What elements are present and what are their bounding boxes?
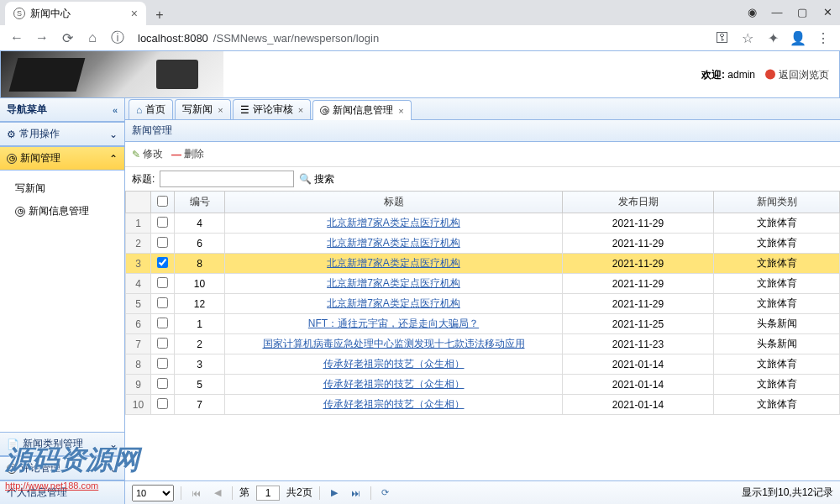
sidebar-panel-personal[interactable]: 个人信息管理 — [0, 480, 124, 504]
menu-icon[interactable]: ⋮ — [813, 28, 833, 48]
tab-info[interactable]: ◷新闻信息管理× — [312, 100, 411, 120]
row-checkbox[interactable] — [157, 217, 168, 228]
row-checkbox[interactable] — [157, 257, 168, 268]
search-button[interactable]: 🔍搜索 — [299, 172, 334, 186]
first-page-button[interactable]: ⏮ — [188, 486, 203, 501]
table-row[interactable]: 83传承好老祖宗的技艺（众生相）2021-01-14文旅体育 — [126, 354, 840, 375]
row-date: 2021-11-29 — [563, 213, 714, 234]
sidebar-panel-news[interactable]: ◷新闻管理 ⌃ — [0, 146, 124, 171]
browser-tab[interactable]: S 新闻中心 × — [5, 2, 146, 25]
profile-icon[interactable]: 👤 — [788, 28, 808, 48]
sidebar-panel-comment[interactable]: ◷评论管理 ⌄ — [0, 456, 124, 480]
row-cat: 头条新闻 — [714, 314, 840, 334]
table-row[interactable]: 61NFT：通往元宇宙，还是走向大骗局？2021-11-25头条新闻 — [126, 314, 840, 334]
browser-tab-bar: S 新闻中心 × + ◉ — ▢ ✕ — [0, 0, 840, 25]
minimize-button[interactable]: — — [764, 0, 790, 24]
tab-review[interactable]: ☰评论审核× — [233, 99, 311, 119]
info-icon[interactable]: ⓘ — [108, 28, 128, 48]
row-title-link[interactable]: NFT：通往元宇宙，还是走向大骗局？ — [308, 318, 479, 329]
forward-button[interactable]: → — [32, 28, 52, 48]
row-checkbox[interactable] — [157, 398, 168, 409]
row-title-link[interactable]: 北京新增7家A类定点医疗机构 — [327, 277, 460, 289]
row-cat: 文旅体育 — [714, 213, 840, 234]
row-checkbox-cell — [151, 395, 175, 415]
close-window-button[interactable]: ✕ — [815, 0, 840, 24]
page-input[interactable] — [256, 486, 280, 501]
clock-icon: ◷ — [320, 106, 329, 115]
home-button[interactable]: ⌂ — [82, 28, 102, 48]
sidebar-item-write[interactable]: 写新闻 — [15, 177, 124, 200]
row-title-link[interactable]: 北京新增7家A类定点医疗机构 — [327, 297, 460, 309]
close-icon[interactable]: × — [398, 106, 403, 116]
header-cat[interactable]: 新闻类别 — [714, 192, 840, 213]
prev-page-button[interactable]: ◀ — [210, 486, 225, 501]
back-to-browse-link[interactable]: 返回浏览页 — [765, 67, 829, 81]
row-checkbox[interactable] — [157, 237, 168, 248]
delete-button[interactable]: —删除 — [171, 147, 204, 161]
minus-icon: — — [171, 149, 181, 160]
tab-home[interactable]: ⌂首页 — [129, 99, 173, 119]
chevron-down-icon: ⌄ — [109, 438, 118, 450]
row-title-link[interactable]: 传承好老祖宗的技艺（众生相） — [323, 398, 465, 410]
row-checkbox[interactable] — [157, 318, 168, 328]
table-row[interactable]: 14北京新增7家A类定点医疗机构2021-11-29文旅体育 — [126, 213, 840, 234]
table-row[interactable]: 95传承好老祖宗的技艺（众生相）2021-01-14文旅体育 — [126, 375, 840, 395]
close-icon[interactable]: × — [218, 105, 223, 115]
search-input[interactable] — [160, 171, 294, 187]
row-checkbox[interactable] — [157, 338, 168, 349]
toolbar: ✎修改 —删除 — [125, 142, 840, 167]
table-row[interactable]: 26北京新增7家A类定点医疗机构2021-11-29文旅体育 — [126, 234, 840, 254]
close-icon[interactable]: × — [131, 7, 138, 20]
row-title-link[interactable]: 国家计算机病毒应急处理中心监测发现十七款违法移动应用 — [263, 338, 525, 349]
row-checkbox[interactable] — [157, 378, 168, 389]
key-icon[interactable]: ⚿ — [712, 28, 732, 48]
row-checkbox-cell — [151, 354, 175, 375]
maximize-button[interactable]: ▢ — [790, 0, 815, 24]
table-row[interactable]: 72国家计算机病毒应急处理中心监测发现十七款违法移动应用2021-11-23头条… — [126, 334, 840, 354]
url-input[interactable]: localhost:8080/SSMNews_war/newsperson/lo… — [133, 32, 707, 45]
table-row[interactable]: 512北京新增7家A类定点医疗机构2021-11-29文旅体育 — [126, 294, 840, 314]
collapse-icon[interactable]: « — [113, 105, 118, 115]
last-page-button[interactable]: ⏭ — [349, 486, 364, 501]
row-title-link[interactable]: 北京新增7家A类定点医疗机构 — [327, 237, 460, 249]
table-row[interactable]: 410北京新增7家A类定点医疗机构2021-11-29文旅体育 — [126, 274, 840, 294]
circle-icon[interactable]: ◉ — [739, 0, 764, 24]
tab-write[interactable]: 写新闻× — [175, 99, 230, 119]
row-checkbox-cell — [151, 274, 175, 294]
back-button[interactable]: ← — [7, 28, 27, 48]
row-id: 10 — [175, 274, 225, 294]
row-title-link[interactable]: 传承好老祖宗的技艺（众生相） — [323, 378, 465, 390]
row-number: 4 — [126, 274, 151, 294]
sidebar-panel-common[interactable]: ⚙ 常用操作 ⌄ — [0, 122, 124, 146]
row-date: 2021-11-29 — [563, 254, 714, 274]
table-row[interactable]: 107传承好老祖宗的技艺（众生相）2021-01-14文旅体育 — [126, 395, 840, 415]
sidebar-panel-category[interactable]: 📄 新闻类别管理 ⌄ — [0, 432, 124, 456]
row-number: 10 — [126, 395, 151, 415]
star-icon[interactable]: ☆ — [738, 28, 758, 48]
header-id[interactable]: 编号 — [175, 192, 225, 213]
refresh-button[interactable]: ⟳ — [378, 486, 393, 501]
row-title-link[interactable]: 北京新增7家A类定点医疗机构 — [327, 257, 460, 269]
header-title[interactable]: 标题 — [225, 192, 563, 213]
table-row[interactable]: 38北京新增7家A类定点医疗机构2021-11-29文旅体育 — [126, 254, 840, 274]
reload-button[interactable]: ⟳ — [57, 28, 77, 48]
row-number: 1 — [126, 213, 151, 234]
page-size-select[interactable]: 10 — [132, 485, 174, 501]
select-all-checkbox[interactable] — [157, 196, 168, 207]
row-checkbox[interactable] — [157, 277, 168, 288]
row-title-link[interactable]: 北京新增7家A类定点医疗机构 — [327, 217, 460, 228]
edit-button[interactable]: ✎修改 — [132, 147, 163, 161]
row-checkbox[interactable] — [157, 358, 168, 369]
row-checkbox-cell — [151, 314, 175, 334]
close-icon[interactable]: × — [298, 105, 303, 115]
new-tab-button[interactable]: + — [150, 5, 170, 25]
row-checkbox-cell — [151, 213, 175, 234]
header-date[interactable]: 发布日期 — [563, 192, 714, 213]
row-title-link[interactable]: 传承好老祖宗的技艺（众生相） — [323, 358, 465, 370]
extensions-icon[interactable]: ✦ — [763, 28, 783, 48]
clock-icon: ◷ — [7, 154, 17, 164]
next-page-button[interactable]: ▶ — [327, 486, 342, 501]
sidebar-item-info[interactable]: ◷ 新闻信息管理 — [15, 200, 124, 223]
row-checkbox[interactable] — [157, 297, 168, 308]
header-checkbox — [151, 192, 175, 213]
